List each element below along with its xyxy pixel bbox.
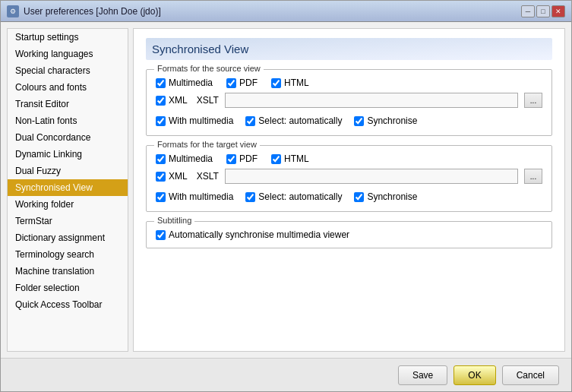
label-src-pdf[interactable]: PDF: [239, 77, 258, 88]
label-src-with-multimedia[interactable]: With multimedia: [169, 115, 233, 126]
sidebar-item-folder-selection[interactable]: Folder selection: [8, 280, 128, 296]
panel-title: Synchronised View: [146, 38, 552, 60]
source-xml-item: XML: [156, 95, 188, 106]
label-src-multimedia[interactable]: Multimedia: [169, 77, 213, 88]
subtitling-legend: Subtitling: [154, 216, 194, 225]
target-xml-checkbox[interactable]: [156, 172, 166, 182]
label-tgt-with-multimedia[interactable]: With multimedia: [169, 191, 233, 202]
main-window: ⚙ User preferences [John Doe (jdo)] ─ □ …: [0, 0, 572, 392]
label-tgt-pdf[interactable]: PDF: [239, 153, 258, 164]
auto-sync-item: Automatically synchronise multimedia vie…: [156, 229, 542, 240]
auto-sync-label[interactable]: Automatically synchronise multimedia vie…: [169, 229, 349, 240]
auto-sync-checkbox[interactable]: [156, 230, 166, 240]
window-title: User preferences [John Doe (jdo)]: [24, 6, 521, 17]
source-checkboxes-row1: MultimediaPDFHTML: [156, 77, 542, 88]
footer: Save OK Cancel: [1, 358, 571, 391]
minimize-button[interactable]: ─: [521, 5, 535, 17]
target-cb-tgt-multimedia: Multimedia: [156, 153, 213, 164]
sidebar-item-working-folder[interactable]: Working folder: [8, 196, 128, 213]
sidebar-item-synchronised-view[interactable]: Synchronised View: [8, 179, 128, 196]
target-section: Formats for the target view MultimediaPD…: [146, 145, 552, 212]
target-xslt-label: XSLT: [197, 171, 219, 182]
target-xml-row: XML XSLT ...: [156, 169, 542, 184]
checkbox-tgt-select-automatically[interactable]: [245, 192, 255, 202]
sidebar-item-special-characters[interactable]: Special characters: [8, 62, 128, 79]
source-cb-src-pdf: PDF: [226, 77, 258, 88]
target-options-row: With multimediaSelect: automaticallySync…: [156, 191, 542, 202]
sidebar-item-terminology-search[interactable]: Terminology search: [8, 246, 128, 263]
sidebar-item-transit-editor[interactable]: Transit Editor: [8, 96, 128, 112]
target-opt-tgt-with-multimedia: With multimedia: [156, 191, 233, 202]
label-tgt-synchronise[interactable]: Synchronise: [367, 191, 417, 202]
target-opt-tgt-synchronise: Synchronise: [354, 191, 417, 202]
close-button[interactable]: ✕: [551, 5, 565, 17]
sidebar-item-dynamic-linking[interactable]: Dynamic Linking: [8, 146, 128, 163]
source-opt-src-with-multimedia: With multimedia: [156, 115, 233, 126]
label-src-html[interactable]: HTML: [284, 77, 309, 88]
target-cb-tgt-pdf: PDF: [226, 153, 258, 164]
sidebar-item-quick-access-toolbar[interactable]: Quick Access Toolbar: [8, 296, 128, 313]
title-bar-buttons: ─ □ ✕: [521, 5, 565, 17]
source-opt-src-synchronise: Synchronise: [354, 115, 417, 126]
source-xml-label[interactable]: XML: [169, 95, 188, 106]
source-opt-src-select-automatically: Select: automatically: [245, 115, 342, 126]
source-xml-row: XML XSLT ...: [156, 93, 542, 108]
source-xml-checkbox[interactable]: [156, 96, 166, 106]
checkbox-src-pdf[interactable]: [226, 78, 236, 88]
sidebar-item-dual-concordance[interactable]: Dual Concordance: [8, 129, 128, 146]
checkbox-tgt-synchronise[interactable]: [354, 192, 364, 202]
target-xslt-input[interactable]: [225, 169, 518, 184]
source-cb-src-html: HTML: [271, 77, 309, 88]
checkbox-src-multimedia[interactable]: [156, 78, 166, 88]
source-browse-button[interactable]: ...: [524, 93, 542, 108]
source-cb-src-multimedia: Multimedia: [156, 77, 213, 88]
checkbox-tgt-pdf[interactable]: [226, 154, 236, 164]
subtitling-section: Subtitling Automatically synchronise mul…: [146, 221, 552, 248]
checkbox-src-select-automatically[interactable]: [245, 116, 255, 126]
main-panel: Synchronised View Formats for the source…: [133, 28, 565, 352]
checkbox-tgt-multimedia[interactable]: [156, 154, 166, 164]
cancel-button[interactable]: Cancel: [502, 365, 559, 385]
checkbox-tgt-html[interactable]: [271, 154, 281, 164]
checkbox-src-synchronise[interactable]: [354, 116, 364, 126]
sidebar-item-colours-and-fonts[interactable]: Colours and fonts: [8, 79, 128, 96]
title-bar: ⚙ User preferences [John Doe (jdo)] ─ □ …: [1, 1, 571, 22]
sidebar-item-machine-translation[interactable]: Machine translation: [8, 263, 128, 280]
save-button[interactable]: Save: [398, 365, 447, 385]
label-src-select-automatically[interactable]: Select: automatically: [258, 115, 342, 126]
sidebar-item-termstar[interactable]: TermStar: [8, 213, 128, 229]
checkbox-src-with-multimedia[interactable]: [156, 116, 166, 126]
source-xslt-label: XSLT: [197, 95, 219, 106]
checkbox-tgt-with-multimedia[interactable]: [156, 192, 166, 202]
label-src-synchronise[interactable]: Synchronise: [367, 115, 417, 126]
label-tgt-multimedia[interactable]: Multimedia: [169, 153, 213, 164]
checkbox-src-html[interactable]: [271, 78, 281, 88]
sidebar-item-non-latin-fonts[interactable]: Non-Latin fonts: [8, 112, 128, 129]
source-section: Formats for the source view MultimediaPD…: [146, 69, 552, 136]
sidebar: Startup settingsWorking languagesSpecial…: [7, 28, 128, 352]
window-icon: ⚙: [7, 5, 19, 17]
ok-button[interactable]: OK: [453, 365, 495, 385]
target-section-legend: Formats for the target view: [154, 140, 260, 149]
source-section-legend: Formats for the source view: [154, 64, 264, 73]
source-xslt-input[interactable]: [225, 93, 518, 108]
target-cb-tgt-html: HTML: [271, 153, 309, 164]
sidebar-item-working-languages[interactable]: Working languages: [8, 46, 128, 62]
target-opt-tgt-select-automatically: Select: automatically: [245, 191, 342, 202]
sidebar-item-dual-fuzzy[interactable]: Dual Fuzzy: [8, 163, 128, 179]
content-area: Startup settingsWorking languagesSpecial…: [1, 22, 571, 358]
target-xml-item: XML: [156, 171, 188, 182]
sidebar-item-dictionary-assignment[interactable]: Dictionary assignment: [8, 229, 128, 246]
maximize-button[interactable]: □: [536, 5, 550, 17]
target-browse-button[interactable]: ...: [524, 169, 542, 184]
source-options-row: With multimediaSelect: automaticallySync…: [156, 115, 542, 126]
target-xml-label[interactable]: XML: [169, 171, 188, 182]
label-tgt-html[interactable]: HTML: [284, 153, 309, 164]
label-tgt-select-automatically[interactable]: Select: automatically: [258, 191, 342, 202]
target-checkboxes-row1: MultimediaPDFHTML: [156, 153, 542, 164]
sidebar-item-startup-settings[interactable]: Startup settings: [8, 29, 128, 46]
